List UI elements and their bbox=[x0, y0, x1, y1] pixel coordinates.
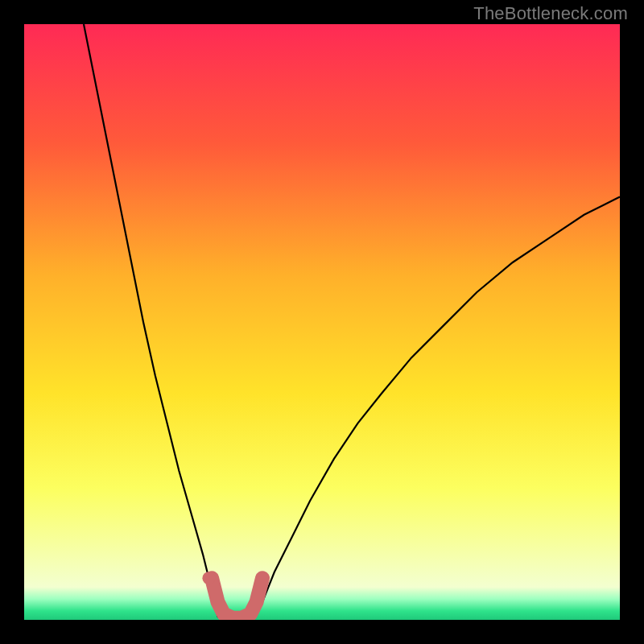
gradient-background bbox=[24, 24, 620, 620]
optimum-marker-dot bbox=[202, 572, 215, 584]
watermark-text: TheBottleneck.com bbox=[473, 3, 628, 24]
chart-svg bbox=[24, 24, 620, 620]
chart-plot-area bbox=[24, 24, 620, 620]
outer-frame: TheBottleneck.com bbox=[0, 0, 644, 644]
